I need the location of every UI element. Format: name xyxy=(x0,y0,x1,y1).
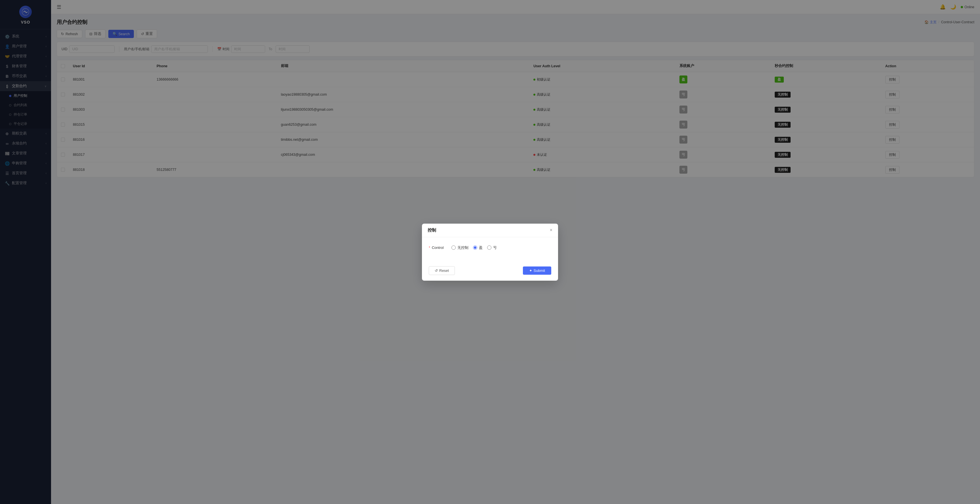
modal-title: 控制 xyxy=(428,228,436,233)
modal-reset-button[interactable]: ↺ Reset xyxy=(429,266,455,275)
radio-input-loss[interactable] xyxy=(487,246,492,250)
radio-label-no-control: 无控制 xyxy=(457,245,468,250)
radio-input-profit[interactable] xyxy=(473,246,477,250)
control-label-text: Control xyxy=(432,246,444,250)
modal-close-button[interactable]: × xyxy=(550,228,552,233)
control-modal: 控制 × * Control 无控制 盈 xyxy=(422,223,558,281)
radio-profit[interactable]: 盈 xyxy=(473,245,483,250)
radio-loss[interactable]: 亏 xyxy=(487,245,497,250)
modal-submit-button[interactable]: ✦ Submit xyxy=(523,266,551,275)
control-form-label: * Control xyxy=(429,246,452,250)
radio-label-profit: 盈 xyxy=(479,245,483,250)
radio-no-control[interactable]: 无控制 xyxy=(452,245,468,250)
modal-footer-left: ↺ Reset xyxy=(429,266,455,275)
modal-footer-right: ✦ Submit xyxy=(523,266,551,275)
submit-icon: ✦ xyxy=(529,268,532,273)
modal-reset-label: Reset xyxy=(439,268,449,273)
reset-icon: ↺ xyxy=(435,268,438,273)
radio-input-no-control[interactable] xyxy=(452,246,456,250)
modal-overlay[interactable]: 控制 × * Control 无控制 盈 xyxy=(0,0,980,504)
required-star: * xyxy=(429,246,430,250)
modal-header: 控制 × xyxy=(422,223,558,237)
control-form-row: * Control 无控制 盈 亏 xyxy=(429,245,551,250)
modal-body: * Control 无控制 盈 亏 xyxy=(422,237,558,263)
control-radio-group: 无控制 盈 亏 xyxy=(452,245,497,250)
radio-label-loss: 亏 xyxy=(493,245,497,250)
modal-footer: ↺ Reset ✦ Submit xyxy=(422,263,558,281)
modal-submit-label: Submit xyxy=(534,268,545,273)
